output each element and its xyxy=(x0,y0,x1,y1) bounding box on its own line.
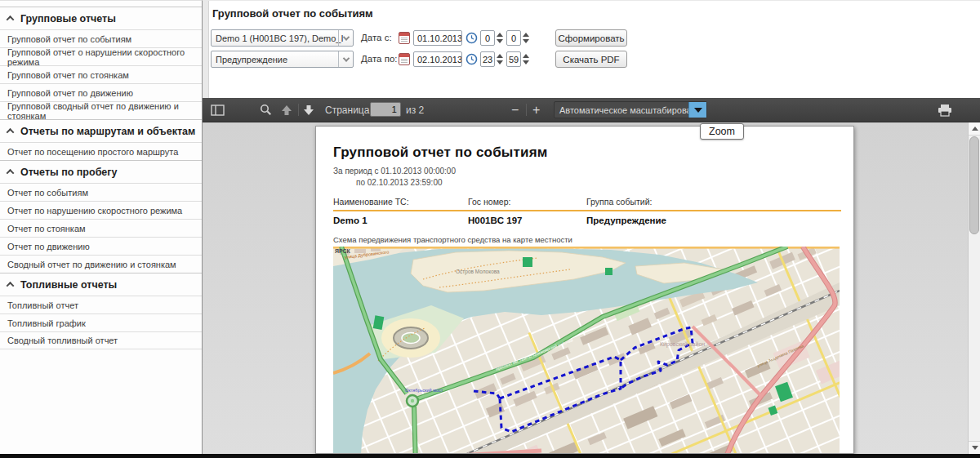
zoom-tooltip: Zoom xyxy=(700,123,744,140)
sidebar-row[interactable]: Сводный топливный отчет xyxy=(0,331,202,349)
search-button[interactable] xyxy=(260,98,272,122)
collapse-caret-icon xyxy=(7,16,15,24)
sidebar-row[interactable]: Топливный график xyxy=(0,313,202,331)
clock-icon xyxy=(466,32,478,44)
dropdown-chevron-icon[interactable] xyxy=(338,30,353,46)
sidebar-row-label: Сводный отчет по движению и стоянкам xyxy=(7,260,176,269)
scroll-up-icon xyxy=(972,127,978,131)
spinner-down-icon xyxy=(523,39,529,43)
report-period-line2: по 02.10.2013 23:59:00 xyxy=(333,178,853,187)
report-form-panel: Групповой отчет по событиям Demo 1 (H001… xyxy=(203,0,980,98)
spinner-up-icon xyxy=(523,54,529,58)
sidebar-row[interactable]: Групповые отчеты xyxy=(0,7,202,29)
sidebar-row[interactable]: Групповой сводный отчет по движению и ст… xyxy=(0,101,202,119)
sidebar-row[interactable]: Отчет по посещению простого маршрута xyxy=(0,142,202,160)
pdf-page: Групповой отчет по событиям За период с … xyxy=(315,126,854,454)
date-from-input[interactable] xyxy=(413,30,462,46)
next-page-button[interactable] xyxy=(303,98,314,122)
zoom-in-button[interactable]: + xyxy=(532,98,540,122)
page-up-icon xyxy=(281,104,292,116)
pdf-viewer-area: Групповой отчет по событиям За период с … xyxy=(203,122,980,454)
sidebar-row-label: Топливный график xyxy=(7,318,86,328)
sidebar-row[interactable]: Отчет по нарушению скоростного режима xyxy=(0,201,202,219)
sidebar-toggle-button[interactable] xyxy=(211,98,225,122)
vehicle-select[interactable]: Demo 1 (H001BC 197), Demo_I xyxy=(211,29,354,47)
dropdown-chevron-icon[interactable] xyxy=(338,51,353,67)
minute-from-spinner[interactable] xyxy=(522,30,530,46)
scroll-down-icon xyxy=(972,446,978,450)
sidebar-row-label: Отчет по посещению простого маршрута xyxy=(7,147,178,157)
calendar-icon[interactable] xyxy=(399,53,410,65)
report-content: Групповой отчет по событиям За период с … xyxy=(316,127,853,454)
date-from-label: Дата с: xyxy=(361,29,392,47)
select-arrow-icon[interactable] xyxy=(688,102,706,118)
map-label-district: Кировский район xyxy=(660,341,705,348)
spinner-up-icon xyxy=(523,33,529,37)
generate-button[interactable]: Сформировать xyxy=(555,29,627,47)
zoom-level-select[interactable]: Автоматическое масштабирование xyxy=(554,101,707,118)
event-select-value: Предупреждение xyxy=(216,55,287,64)
reports-sidebar: Групповые отчеты Групповой отчет по собы… xyxy=(0,0,203,454)
calendar-icon[interactable] xyxy=(399,32,410,44)
map-caption: Схема передвижения транспортного средств… xyxy=(333,235,853,244)
sidebar-row-label: Отчеты по маршрутам и объектам xyxy=(20,126,195,137)
panel-gutter xyxy=(203,1,209,99)
pdf-toolbar: Страница: из 2 − + Автоматическое масшта… xyxy=(203,98,980,122)
scroll-down-button[interactable] xyxy=(969,441,980,454)
scrollbar-thumb[interactable] xyxy=(969,136,979,234)
map-label-island: Остров Молокова xyxy=(456,269,500,275)
sidebar-row-label: Групповой отчет по движению xyxy=(7,88,133,98)
sidebar-row[interactable]: Групповой отчет о нарушении скоростного … xyxy=(0,47,202,65)
column-value: Предупреждение xyxy=(586,216,841,225)
sidebar-row[interactable]: Отчеты по пробегу xyxy=(0,160,202,183)
sidebar-row-label: Групповой отчет по событиям xyxy=(7,34,131,44)
sidebar-row[interactable]: Групповой отчет по движению xyxy=(0,83,202,101)
sidebar-row[interactable]: Отчеты по маршрутам и объектам xyxy=(0,119,202,142)
hour-from-spinner[interactable] xyxy=(496,30,504,46)
sidebar-row[interactable]: Отчет по стоянкам xyxy=(0,219,202,237)
sidebar-row-label: Отчет по движению xyxy=(7,242,90,251)
date-to-input[interactable] xyxy=(413,51,462,67)
sidebar-row[interactable]: Топливный отчет xyxy=(0,296,202,313)
bottom-bar xyxy=(0,454,980,458)
spinner-down-icon xyxy=(523,60,529,64)
sidebar-row[interactable]: Групповой отчет по стоянкам xyxy=(0,65,202,83)
spinner-up-icon xyxy=(497,54,503,58)
collapse-caret-icon xyxy=(7,169,15,177)
map-image: ЯРСК улица Дубровинского Остров Молокова… xyxy=(333,247,840,454)
report-period-line1: За период с 01.10.2013 00:00:00 xyxy=(333,167,853,176)
previous-page-button[interactable] xyxy=(281,98,292,122)
print-button[interactable] xyxy=(938,98,952,122)
sidebar-row[interactable]: Отчет по событиям xyxy=(0,183,202,201)
hour-to-input[interactable] xyxy=(480,51,495,67)
sidebar-spacer xyxy=(0,1,202,7)
minute-to-input[interactable] xyxy=(506,51,521,67)
vertical-scrollbar[interactable] xyxy=(968,122,980,454)
download-pdf-button[interactable]: Скачать PDF xyxy=(555,51,627,68)
minute-from-input[interactable] xyxy=(506,30,521,46)
hour-to-spinner[interactable] xyxy=(496,51,504,67)
event-type-select[interactable]: Предупреждение xyxy=(211,51,354,68)
column-value: H001BC 197 xyxy=(468,216,586,225)
page-count-label: из 2 xyxy=(406,98,424,122)
route-map: ЯРСК улица Дубровинского Остров Молокова… xyxy=(333,247,840,454)
report-title: Групповой отчет по событиям xyxy=(333,145,853,161)
page-number-input[interactable] xyxy=(370,102,401,117)
vehicle-select-value: Demo 1 (H001BC 197), Demo_I xyxy=(216,33,344,43)
spinner-up-icon xyxy=(497,33,503,37)
sidebar-row-label: Отчеты по пробегу xyxy=(20,167,117,178)
sidebar-row[interactable]: Отчет по движению xyxy=(0,237,202,255)
printer-icon xyxy=(938,104,952,117)
hour-from-input[interactable] xyxy=(480,30,495,46)
zoom-out-button[interactable]: − xyxy=(511,98,519,122)
sidebar-row[interactable]: Сводный отчет по движению и стоянкам xyxy=(0,255,202,273)
sidebar-row[interactable]: Топливные отчеты xyxy=(0,273,202,296)
form-title: Групповой отчет по событиям xyxy=(212,7,373,20)
scroll-up-button[interactable] xyxy=(969,122,980,136)
sidebar-row-label: Отчет по событиям xyxy=(7,188,88,198)
search-icon xyxy=(260,104,272,116)
sidebar-row[interactable]: Групповой отчет по событиям xyxy=(0,29,202,47)
minute-to-spinner[interactable] xyxy=(522,51,530,67)
clock-icon xyxy=(466,53,478,65)
page-label: Страница: xyxy=(325,98,372,122)
